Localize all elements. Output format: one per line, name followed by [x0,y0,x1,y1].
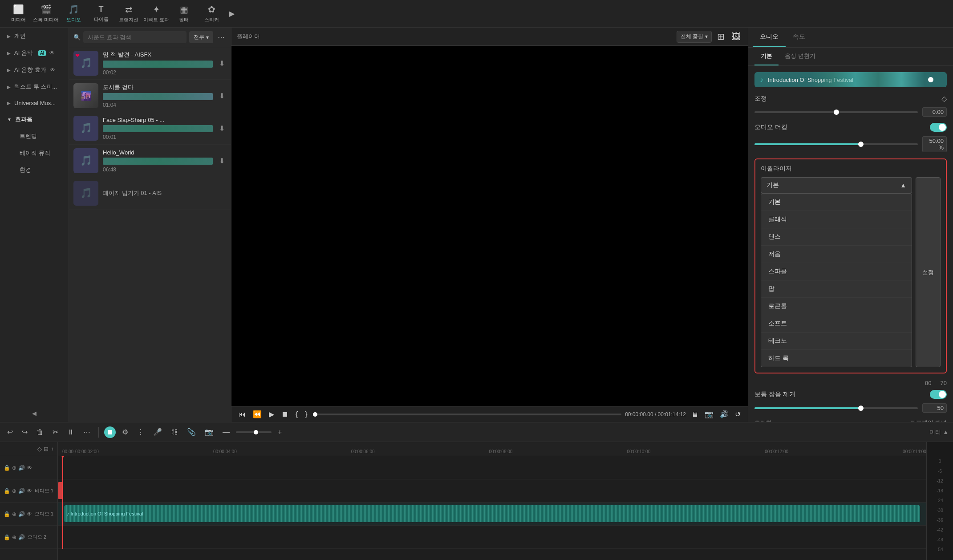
quality-select[interactable]: 전체 품질 ▾ [677,31,712,43]
toolbar-sticker[interactable]: ✿ 스티커 [198,1,225,26]
sidebar-item-effects[interactable]: ▼ 효과음 [0,111,69,128]
tl-group-icon[interactable]: ⊞ [44,446,49,452]
tl-split-button[interactable]: ⏸ [65,426,77,438]
tl-record-button[interactable] [104,426,116,438]
sidebar-item-ai-effect[interactable]: ▶ AI 음향 효과 👁 [0,61,69,78]
monitor-button[interactable]: 🖥 [689,409,700,419]
snapshot-button[interactable]: 📷 [703,409,715,419]
eq-option-sparkle[interactable]: 스파클 [761,263,912,280]
tl-track-a2-lock[interactable]: 🔒 [4,534,10,540]
equalizer-settings-button[interactable]: 설정 [916,177,941,367]
audio-ducking-slider[interactable] [754,143,918,145]
adjustment-keyframe-button[interactable]: ◇ [941,94,947,103]
tl-redo-button[interactable]: ↪ [19,426,30,438]
toolbar-more-arrow[interactable]: ▶ [225,7,239,20]
eq-option-classic[interactable]: 클래식 [761,211,912,228]
toolbar-effect[interactable]: ✦ 이펙트 효과 [142,1,170,26]
subtab-basic[interactable]: 기본 [754,48,779,65]
list-item[interactable]: 🎵 Hello_World 06:48 ⬇ [69,145,231,177]
tl-undo-button[interactable]: ↩ [4,426,16,438]
sidebar-item-basic-music[interactable]: 베이직 뮤직 [12,145,69,162]
tl-track-a1-copy[interactable]: ⊕ [12,511,16,517]
tl-settings-button[interactable]: ⚙ [119,426,131,438]
toolbar-media[interactable]: ⬜ 미디어 [4,1,32,26]
list-item[interactable]: 🎵 페이지 넘기가 01 - AIS [69,177,231,210]
equalizer-dropdown[interactable]: 기본 ▲ [761,177,912,193]
tab-audio[interactable]: 오디오 [753,28,786,47]
mark-out-button[interactable]: } [303,410,309,419]
meter-arrow[interactable]: ▲ [943,429,949,435]
rewind-button[interactable]: ⏮ [237,410,247,419]
eq-option-soft[interactable]: 소프트 [761,315,912,333]
volume-button[interactable]: 🔊 [718,409,730,419]
grid-view-button[interactable]: ⊞ [715,30,726,43]
download-icon[interactable]: ⬇ [217,57,227,69]
tl-delete-button[interactable]: 🗑 [34,426,46,438]
tl-track-vid1-lock[interactable]: 🔒 [4,488,10,494]
eq-option-dance[interactable]: 댄스 [761,228,912,246]
zoom-track[interactable] [236,431,272,433]
tl-add-icon[interactable]: + [50,446,54,452]
collapse-panel-button[interactable]: ◀ [0,405,69,422]
list-item[interactable]: 🎵 ❤ 밈-적 발견 - AISFX 00:02 ⬇ [69,47,231,80]
list-item[interactable]: 🌆 도시를 걷다 01:04 ⬇ [69,80,231,112]
reset-button[interactable]: 초기화 [754,419,772,422]
toolbar-audio[interactable]: 🎵 오디오 [60,1,87,26]
audio-clip-intro[interactable]: ♪ Introduction Of Shopping Festival [64,505,920,522]
search-more-button[interactable]: ⋯ [216,33,227,41]
tl-track-a1-vol[interactable]: 🔊 [18,511,25,517]
sidebar-item-universal[interactable]: ▶ Universal Mus... [0,95,69,111]
eq-option-rock[interactable]: 로큰롤 [761,298,912,315]
tl-track-vid1-eye[interactable]: 👁 [27,488,32,494]
tl-cut-button[interactable]: ✂ [50,426,61,438]
eq-option-bass[interactable]: 저음 [761,246,912,263]
tl-mic-button[interactable]: 🎤 [150,426,165,438]
toolbar-transition[interactable]: ⇄ 트랜지션 [115,1,142,26]
subtab-voice-changer[interactable]: 음성 변환기 [779,48,822,65]
photo-button[interactable]: 🖼 [730,31,742,43]
eq-option-pop[interactable]: 팝 [761,280,912,298]
download-icon[interactable]: ⬇ [217,90,227,102]
tl-snap-button[interactable]: ⋮ [134,426,147,438]
keyframe-panel-button[interactable]: 키프레임 패널 [910,419,947,422]
toolbar-stock[interactable]: 🎬 스톡 미디어 [32,1,60,26]
list-item[interactable]: 🎵 Face Slap-Sharp 05 - ... 00:01 ⬇ [69,112,231,145]
toolbar-filter[interactable]: ▦ 필터 [170,1,198,26]
tl-photo-button[interactable]: 📷 [202,426,216,438]
stop-button[interactable]: ⏹ [280,410,290,419]
tl-track-vid1-vol[interactable]: 🔊 [18,488,25,494]
tl-track-a2-vol[interactable]: 🔊 [18,534,25,540]
sidebar-item-ai-music[interactable]: ▶ AI 음악 AI 👁 [0,45,69,61]
toolbar-title[interactable]: T 타이틀 [87,1,115,26]
tl-track-a1-lock[interactable]: 🔒 [4,511,10,517]
tl-track-vid1-copy[interactable]: ⊕ [12,488,16,494]
sidebar-item-personal[interactable]: ▶ 개인 [0,28,69,45]
download-icon[interactable]: ⬇ [217,122,227,134]
sidebar-item-text-speech[interactable]: ▶ 텍스트 투 스피... [0,78,69,95]
tl-more-button[interactable]: ⋯ [81,426,93,438]
search-input[interactable] [83,31,187,43]
mark-in-button[interactable]: { [294,410,300,419]
tl-track-a2-copy[interactable]: ⊕ [12,534,16,540]
tl-track-vid2-vol[interactable]: 🔊 [18,465,25,471]
eq-option-techno[interactable]: 테크노 [761,333,912,350]
tl-keyframe-icon[interactable]: ◇ [37,446,42,452]
tl-clip-button[interactable]: 📎 [184,426,199,438]
rotate-button[interactable]: ↺ [733,409,742,419]
noise-removal-slider[interactable] [754,407,918,409]
track-row-audio1[interactable]: ♪ Introduction Of Shopping Festival [58,503,926,526]
tl-track-a1-eye[interactable]: 👁 [27,511,32,517]
tab-speed[interactable]: 속도 [786,28,812,47]
tl-track-vid2-copy[interactable]: ⊕ [12,465,16,471]
eq-option-hard-rock[interactable]: 하드 록 [761,350,912,367]
step-back-button[interactable]: ⏪ [251,409,264,419]
noise-removal-toggle[interactable] [930,390,947,399]
adjustment-slider[interactable] [754,111,918,113]
search-filter-button[interactable]: 전부 ▾ [189,31,213,43]
tl-plus-button[interactable]: + [275,426,284,438]
sidebar-item-trending[interactable]: 트렌딩 [12,128,69,145]
eq-option-default[interactable]: 기본 [761,194,912,211]
audio-ducking-toggle[interactable] [930,123,947,132]
tl-connect-button[interactable]: ⛓ [168,426,181,438]
video-progress-bar[interactable] [313,414,621,415]
